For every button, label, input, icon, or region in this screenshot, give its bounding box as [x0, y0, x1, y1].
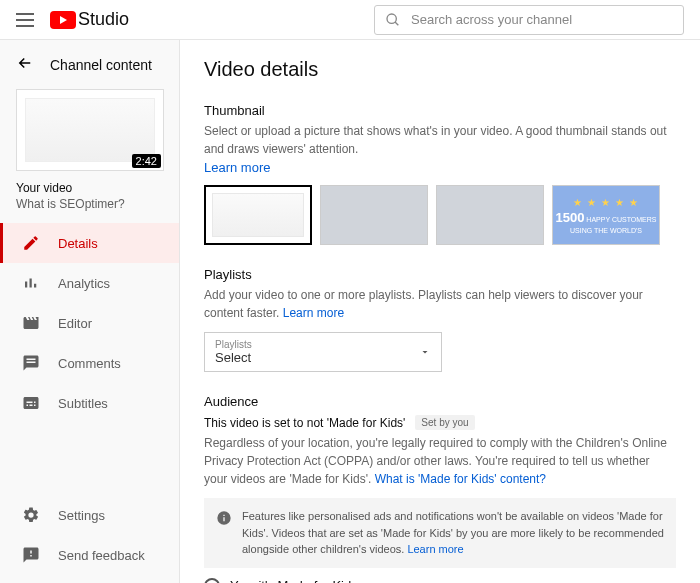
- thumbnail-option-4[interactable]: ★ ★ ★ ★ ★ 1500 HAPPY CUSTOMERS USING THE…: [552, 185, 660, 245]
- search-input[interactable]: Search across your channel: [374, 5, 684, 35]
- pencil-icon: [22, 234, 40, 252]
- info-icon: [216, 510, 232, 526]
- nav-editor[interactable]: Editor: [0, 303, 179, 343]
- set-by-you-badge: Set by you: [415, 415, 474, 430]
- nav-settings[interactable]: Settings: [0, 495, 179, 535]
- nav-comments[interactable]: Comments: [0, 343, 179, 383]
- main-panel: Video details Thumbnail Select or upload…: [180, 40, 700, 583]
- audience-heading: Audience: [204, 394, 676, 409]
- comments-icon: [22, 354, 40, 372]
- analytics-icon: [22, 274, 40, 292]
- page-title: Video details: [204, 58, 676, 81]
- svg-line-1: [395, 22, 398, 25]
- playlists-learn-more[interactable]: Learn more: [283, 306, 344, 320]
- search-icon: [385, 12, 401, 28]
- radio-made-for-kids-yes[interactable]: Yes, it's Made for Kids: [204, 578, 676, 584]
- audience-desc-link[interactable]: What is 'Made for Kids' content?: [375, 472, 546, 486]
- search-wrap: Search across your channel: [374, 5, 684, 35]
- arrow-left-icon: [16, 54, 34, 75]
- back-label: Channel content: [50, 57, 152, 73]
- menu-icon[interactable]: [16, 11, 34, 29]
- playlists-heading: Playlists: [204, 267, 676, 282]
- playlists-field-label: Playlists: [215, 339, 252, 350]
- svg-point-0: [387, 14, 396, 23]
- your-video-label: Your video: [16, 181, 163, 195]
- duration-badge: 2:42: [132, 154, 161, 168]
- thumbnail-option-2[interactable]: [320, 185, 428, 245]
- studio-logo[interactable]: Studio: [50, 9, 129, 30]
- video-thumbnail[interactable]: 2:42: [0, 89, 179, 181]
- search-placeholder: Search across your channel: [411, 12, 572, 27]
- video-title: What is SEOptimer?: [16, 197, 163, 211]
- youtube-icon: [50, 11, 76, 29]
- thumbnail-option-3[interactable]: [436, 185, 544, 245]
- gear-icon: [22, 506, 40, 524]
- playlists-select[interactable]: Playlists Select: [204, 332, 442, 372]
- nav-analytics[interactable]: Analytics: [0, 263, 179, 303]
- app-header: Studio Search across your channel: [0, 0, 700, 40]
- sidebar: Channel content 2:42 Your video What is …: [0, 40, 180, 583]
- editor-icon: [22, 314, 40, 332]
- nav-subtitles[interactable]: Subtitles: [0, 383, 179, 423]
- thumbnail-learn-more[interactable]: Learn more: [204, 160, 270, 175]
- back-button[interactable]: Channel content: [0, 40, 179, 89]
- radio-icon: [204, 578, 220, 584]
- nav-details[interactable]: Details: [0, 223, 179, 263]
- thumbnail-heading: Thumbnail: [204, 103, 676, 118]
- sidebar-nav: Details Analytics Editor Comments Subtit…: [0, 223, 179, 495]
- nav-feedback[interactable]: Send feedback: [0, 535, 179, 575]
- playlists-field-value: Select: [215, 350, 252, 365]
- thumbnail-section: Thumbnail Select or upload a picture tha…: [204, 103, 676, 245]
- audience-status: This video is set to not 'Made for Kids': [204, 416, 405, 430]
- playlists-desc: Add your video to one or more playlists.…: [204, 288, 643, 320]
- subtitles-icon: [22, 394, 40, 412]
- stars-icon: ★ ★ ★ ★ ★: [573, 197, 638, 208]
- thumbnail-desc: Select or upload a picture that shows wh…: [204, 122, 676, 158]
- playlists-section: Playlists Add your video to one or more …: [204, 267, 676, 372]
- audience-section: Audience This video is set to not 'Made …: [204, 394, 676, 583]
- chevron-down-icon: [419, 346, 431, 358]
- audience-info-link[interactable]: Learn more: [407, 543, 463, 555]
- logo-text: Studio: [78, 9, 129, 30]
- thumbnail-option-1[interactable]: [204, 185, 312, 245]
- audience-info-box: Features like personalised ads and notif…: [204, 498, 676, 568]
- feedback-icon: [22, 546, 40, 564]
